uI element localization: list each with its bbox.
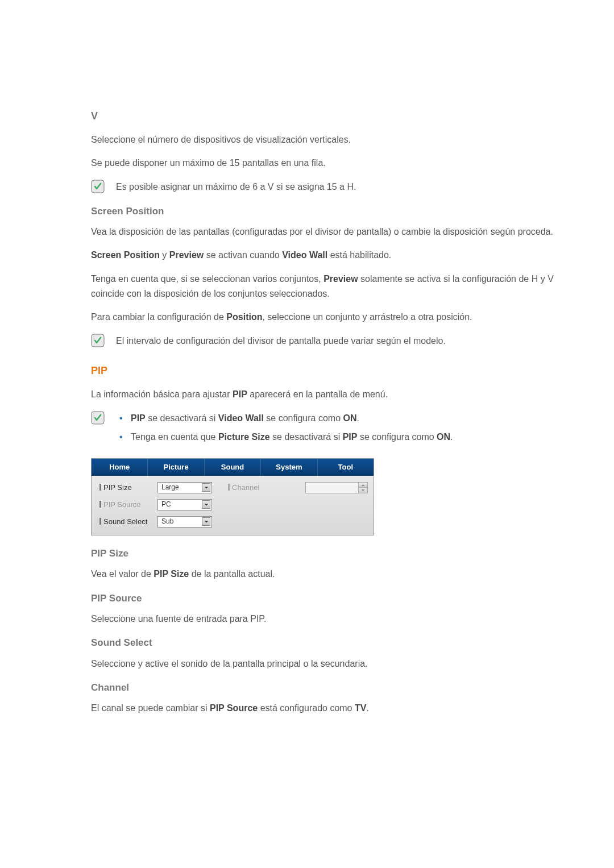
pip-intro: La información básica para ajustar PIP a… [91, 387, 557, 402]
note-icon [91, 411, 105, 425]
bold-position: Position [226, 312, 262, 322]
select-pip-size[interactable]: Large [157, 482, 212, 493]
bold-pip-size: PIP Size [154, 569, 189, 579]
chevron-down-icon [202, 500, 210, 509]
pip-note-list: PIP se desactivará si Video Wall se conf… [116, 411, 557, 449]
note-sp: El intervalo de configuración del diviso… [116, 334, 557, 348]
bold-screen-position: Screen Position [91, 250, 160, 260]
sp-text-2: Screen Position y Preview se activan cua… [91, 248, 557, 263]
text-v-1: Seleccione el número de dispositivos de … [91, 132, 557, 147]
chevron-up-icon[interactable] [359, 483, 367, 488]
label-sound-select: Sound Select [96, 516, 157, 528]
tab-tool[interactable]: Tool [318, 459, 374, 476]
heading-pip: PIP [91, 363, 557, 379]
bold-pip: PIP [233, 389, 247, 399]
bold-pip-source: PIP Source [210, 703, 258, 713]
channel-stepper[interactable] [305, 482, 368, 493]
heading-v: V [91, 108, 557, 124]
pip-bullet-1: PIP se desactivará si Video Wall se conf… [116, 411, 557, 426]
label-pip-source: PIP Source [96, 499, 157, 511]
select-sound-select-value: Sub [161, 516, 173, 527]
bold-preview: Preview [169, 250, 204, 260]
tab-bar: Home Picture Sound System Tool [92, 459, 374, 476]
tab-sound[interactable]: Sound [205, 459, 261, 476]
heading-pip-source: PIP Source [91, 591, 557, 606]
bold-preview-2: Preview [323, 274, 358, 284]
pip-bullet-2: Tenga en cuenta que Picture Size se desa… [116, 430, 557, 445]
bold-pip-2: PIP [131, 413, 146, 423]
tab-home[interactable]: Home [92, 459, 148, 476]
text-pip-source: Seleccione una fuente de entrada para PI… [91, 612, 557, 626]
heading-channel: Channel [91, 680, 557, 695]
bold-pip-3: PIP [343, 432, 358, 442]
chevron-down-icon [202, 483, 210, 492]
text-v-2: Se puede disponer un máximo de 15 pantal… [91, 156, 557, 171]
select-pip-size-value: Large [161, 482, 179, 493]
sp-text-3: Tenga en cuenta que, si se seleccionan v… [91, 272, 557, 301]
channel-field [306, 483, 358, 493]
text-pip-size: Vea el valor de PIP Size de la pantalla … [91, 567, 557, 582]
bold-on-2: ON [437, 432, 450, 442]
text-sound-select: Seleccione y active el sonido de la pant… [91, 657, 557, 671]
bold-tv: TV [355, 703, 366, 713]
chevron-down-icon [202, 517, 210, 526]
select-pip-source[interactable]: PC [157, 499, 212, 510]
heading-screen-position: Screen Position [91, 203, 557, 219]
note-icon [91, 180, 105, 193]
bold-picture-size: Picture Size [218, 432, 270, 442]
bold-video-wall-2: Video Wall [218, 413, 264, 423]
sp-text-1: Vea la disposición de las pantallas (con… [91, 225, 557, 239]
label-pip-size: PIP Size [96, 482, 157, 494]
settings-panel: Home Picture Sound System Tool PIP Size … [91, 458, 374, 535]
text-channel: El canal se puede cambiar si PIP Source … [91, 701, 557, 716]
heading-sound-select: Sound Select [91, 635, 557, 650]
panel-body: PIP Size Large Channel PIP Source PC [92, 476, 374, 535]
heading-pip-size: PIP Size [91, 546, 557, 561]
chevron-down-icon[interactable] [359, 488, 367, 493]
select-pip-source-value: PC [161, 499, 171, 510]
note-icon [91, 334, 105, 347]
tab-system[interactable]: System [261, 459, 317, 476]
bold-on: ON [343, 413, 357, 423]
bold-video-wall: Video Wall [282, 250, 327, 260]
select-sound-select[interactable]: Sub [157, 516, 212, 528]
note-v: Es posible asignar un máximo de 6 a V si… [116, 180, 557, 194]
label-channel: Channel [223, 482, 263, 494]
sp-text-4: Para cambiar la configuración de Positio… [91, 310, 557, 325]
tab-picture[interactable]: Picture [148, 459, 204, 476]
